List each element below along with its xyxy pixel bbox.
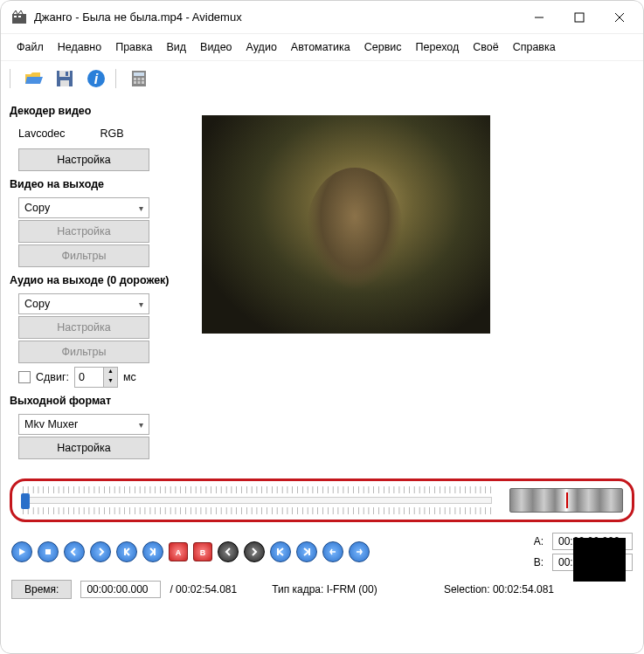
svg-rect-9 bbox=[60, 80, 69, 86]
format-value: Mkv Muxer bbox=[24, 418, 78, 430]
minimize-button[interactable] bbox=[519, 2, 559, 33]
set-marker-a-button[interactable]: A bbox=[169, 542, 188, 561]
audio-out-section-title: Аудио на выходе (0 дорожек) bbox=[10, 274, 193, 286]
format-section-title: Выходной формат bbox=[10, 395, 193, 407]
shift-checkbox[interactable] bbox=[18, 371, 31, 383]
menu-help[interactable]: Справка bbox=[506, 38, 563, 57]
decoder-lavcodec-label: Lavcodec bbox=[18, 127, 66, 140]
toolbar: i bbox=[1, 61, 643, 94]
shift-label: Сдвиг: bbox=[36, 371, 69, 383]
decoder-config-button[interactable]: Настройка bbox=[18, 148, 149, 171]
menu-edit[interactable]: Правка bbox=[108, 38, 159, 57]
marker-b-label: B: bbox=[534, 556, 544, 568]
spin-up-icon[interactable]: ▲ bbox=[104, 368, 117, 377]
menu-audio[interactable]: Аудио bbox=[239, 38, 284, 57]
menu-recent[interactable]: Недавно bbox=[51, 38, 108, 57]
svg-rect-15 bbox=[134, 78, 136, 80]
shift-unit: мс bbox=[123, 371, 136, 383]
format-select[interactable]: Mkv Muxer ▾ bbox=[18, 414, 149, 435]
app-window: Джанго - Была не была.mp4 - Avidemux Фай… bbox=[0, 0, 644, 654]
preview-area bbox=[193, 98, 634, 461]
goto-start-button[interactable] bbox=[270, 541, 291, 562]
video-preview[interactable] bbox=[202, 115, 490, 334]
decoder-rgb-label: RGB bbox=[100, 127, 124, 140]
svg-rect-21 bbox=[45, 549, 51, 554]
set-marker-b-button[interactable]: B bbox=[193, 542, 212, 561]
decoder-section-title: Декодер видео bbox=[10, 105, 193, 117]
svg-rect-2 bbox=[18, 16, 21, 17]
marker-a-label: A: bbox=[534, 535, 544, 547]
menu-file[interactable]: Файл bbox=[10, 38, 51, 57]
svg-rect-16 bbox=[138, 78, 141, 80]
video-out-section-title: Видео на выходе bbox=[10, 178, 193, 190]
video-out-value: Copy bbox=[24, 202, 50, 214]
audio-out-select[interactable]: Copy ▾ bbox=[18, 293, 149, 314]
stop-button[interactable] bbox=[38, 541, 59, 562]
selection-label: Selection: bbox=[444, 583, 490, 595]
info-icon[interactable]: i bbox=[84, 66, 108, 91]
svg-text:B: B bbox=[200, 548, 206, 557]
audio-out-filters-button[interactable]: Фильтры bbox=[18, 341, 149, 363]
prev-keyframe-button[interactable] bbox=[116, 541, 137, 562]
jog-wheel[interactable] bbox=[509, 488, 623, 513]
chevron-down-icon: ▾ bbox=[139, 203, 143, 213]
goto-marker-b-button[interactable] bbox=[349, 541, 370, 562]
svg-rect-14 bbox=[134, 72, 144, 76]
chevron-down-icon: ▾ bbox=[139, 420, 143, 430]
svg-text:A: A bbox=[176, 548, 182, 557]
left-panel: Декодер видео Lavcodec RGB Настройка Вид… bbox=[10, 98, 193, 461]
timeline-highlight: ||||||||||||||||||||||||||||||||||||||||… bbox=[10, 478, 634, 522]
menu-auto[interactable]: Автоматика bbox=[284, 38, 357, 57]
prev-cut-button[interactable] bbox=[218, 541, 239, 562]
menu-go[interactable]: Переход bbox=[409, 38, 467, 57]
next-cut-button[interactable] bbox=[244, 541, 265, 562]
goto-marker-a-button[interactable] bbox=[322, 541, 343, 562]
timeline-slider[interactable]: ||||||||||||||||||||||||||||||||||||||||… bbox=[21, 486, 492, 514]
video-out-filters-button[interactable]: Фильтры bbox=[18, 244, 149, 267]
close-button[interactable] bbox=[599, 2, 640, 33]
next-frame-button[interactable] bbox=[90, 541, 111, 562]
svg-rect-1 bbox=[14, 16, 17, 17]
app-icon bbox=[11, 10, 27, 25]
window-title: Джанго - Была не была.mp4 - Avidemux bbox=[34, 10, 519, 24]
next-keyframe-button[interactable] bbox=[142, 541, 163, 562]
svg-rect-17 bbox=[142, 78, 144, 80]
open-icon[interactable] bbox=[21, 66, 45, 91]
goto-end-button[interactable] bbox=[296, 541, 317, 562]
svg-text:i: i bbox=[94, 72, 99, 86]
svg-rect-0 bbox=[12, 14, 26, 24]
shift-spinner[interactable]: ▲▼ bbox=[74, 367, 118, 388]
shift-input[interactable] bbox=[75, 371, 103, 383]
audio-out-value: Copy bbox=[24, 298, 50, 310]
selection-value: 00:02:54.081 bbox=[493, 583, 554, 595]
svg-rect-20 bbox=[142, 81, 144, 84]
frame-type-label: Тип кадра: I-FRM (00) bbox=[272, 583, 377, 595]
time-button[interactable]: Время: bbox=[11, 580, 72, 599]
titlebar: Джанго - Была не была.mp4 - Avidemux bbox=[1, 1, 643, 34]
svg-rect-18 bbox=[134, 81, 136, 84]
video-out-config-button[interactable]: Настройка bbox=[18, 220, 149, 243]
spin-down-icon[interactable]: ▼ bbox=[104, 377, 117, 387]
menubar: Файл Недавно Правка Вид Видео Аудио Авто… bbox=[1, 34, 643, 61]
maximize-button[interactable] bbox=[559, 2, 599, 33]
save-icon[interactable] bbox=[52, 66, 77, 91]
svg-rect-8 bbox=[59, 71, 70, 77]
prev-frame-button[interactable] bbox=[64, 541, 85, 562]
timeline-handle[interactable] bbox=[21, 493, 30, 509]
menu-tools[interactable]: Сервис bbox=[357, 38, 409, 57]
video-out-select[interactable]: Copy ▾ bbox=[18, 197, 149, 218]
format-config-button[interactable]: Настройка bbox=[18, 437, 149, 459]
svg-rect-19 bbox=[138, 81, 141, 84]
menu-custom[interactable]: Своё bbox=[466, 38, 505, 57]
menu-video[interactable]: Видео bbox=[193, 38, 239, 57]
svg-rect-4 bbox=[575, 13, 584, 22]
calculator-icon[interactable] bbox=[127, 66, 151, 91]
duration-label: / 00:02:54.081 bbox=[170, 583, 237, 595]
audio-out-config-button[interactable]: Настройка bbox=[18, 316, 149, 339]
svg-rect-10 bbox=[66, 72, 68, 76]
current-time-value[interactable]: 00:00:00.000 bbox=[80, 581, 161, 598]
play-button[interactable] bbox=[11, 541, 32, 562]
thumbnail-box bbox=[573, 538, 626, 582]
menu-view[interactable]: Вид bbox=[159, 38, 193, 57]
chevron-down-icon: ▾ bbox=[139, 299, 143, 309]
